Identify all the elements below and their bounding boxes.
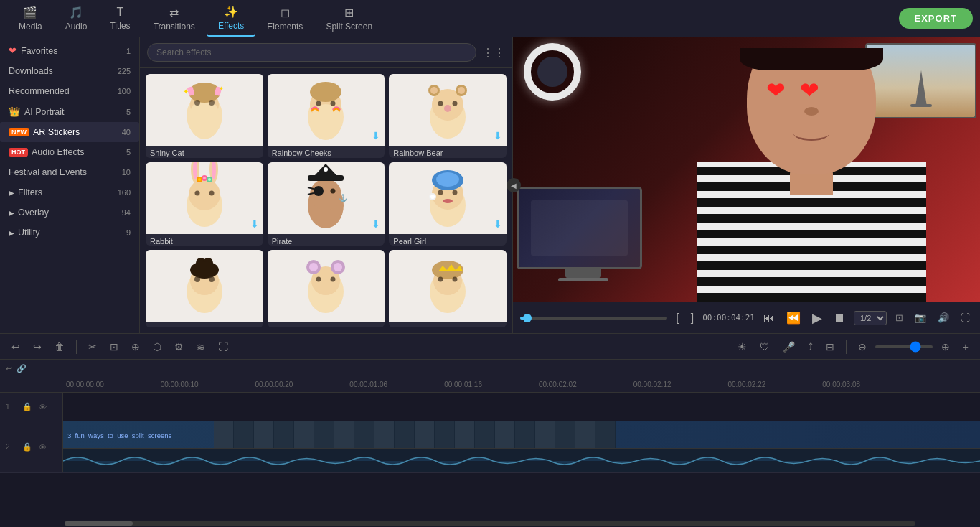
search-input[interactable]: [147, 43, 476, 62]
sidebar-item-festival[interactable]: Festival and Events 10: [0, 162, 139, 182]
svg-point-38: [194, 190, 199, 195]
progress-thumb[interactable]: [523, 314, 532, 322]
track-2-lock-button[interactable]: 🔒: [21, 441, 34, 453]
sun-tool-button[interactable]: ☀: [733, 338, 751, 355]
audio-adjust-button[interactable]: ≋: [192, 338, 209, 355]
sidebar-item-filters-label: Filters: [18, 187, 42, 197]
export-button[interactable]: EXPORT: [899, 8, 973, 29]
link-button[interactable]: ↩: [6, 364, 12, 373]
sidebar-item-audioeffects-label: Audio Effects: [32, 147, 126, 157]
track-1-controls: 1 🔒 👁: [0, 393, 63, 421]
add-track-button[interactable]: +: [958, 338, 973, 355]
adjust-button[interactable]: ⚙: [170, 338, 188, 355]
fullscreen-tool-button[interactable]: ⛶: [214, 338, 232, 355]
track-2-content[interactable]: 3_fun_ways_to_use_split_screens: [63, 421, 980, 472]
redo-button[interactable]: ↪: [29, 338, 46, 355]
color-button[interactable]: ⬡: [149, 338, 166, 355]
effect-card-8[interactable]: [268, 250, 385, 327]
volume-button[interactable]: 🔊: [935, 309, 952, 326]
nav-transitions[interactable]: ⇄ Transitions: [142, 1, 207, 36]
progress-bar[interactable]: [520, 317, 667, 320]
scrollbar-thumb[interactable]: [65, 521, 133, 526]
effect-card-pirate[interactable]: ⚓ ⬇ Pirate: [268, 162, 385, 246]
ruler-mark-8: 00:00:03:08: [821, 381, 915, 388]
card9-thumbnail: [423, 256, 473, 317]
filters-arrow-icon: ▶: [9, 189, 14, 197]
unlink-button[interactable]: 🔗: [17, 364, 27, 373]
zoom-out-tool-button[interactable]: ⊖: [854, 338, 871, 355]
effect-card-pearlgirl[interactable]: ⬇ Pearl Girl: [389, 162, 507, 246]
track-2-eye-button[interactable]: 👁: [37, 442, 48, 453]
timeline-scrollbar[interactable]: [65, 521, 915, 526]
step-back-button[interactable]: ⏮: [760, 309, 778, 327]
zoom-slider[interactable]: [875, 345, 933, 348]
track-1-content[interactable]: [63, 393, 980, 421]
track-1-eye-button[interactable]: 👁: [37, 401, 48, 413]
nav-titles[interactable]: T Titles: [98, 1, 141, 35]
sidebar-item-recommended[interactable]: Recommended 100: [0, 81, 139, 101]
nav-media[interactable]: 🎬 Media: [7, 1, 54, 36]
fit-to-screen-button[interactable]: ⊡: [892, 309, 906, 326]
sidebar-item-overlay-label: Overlay: [18, 207, 49, 218]
main-body: ❤ Favorites 1 Downloads 225 Recommended …: [0, 37, 980, 333]
sidebar-item-aiportrait[interactable]: 👑 AI Portrait 5: [0, 101, 139, 122]
panel-collapse-button[interactable]: ◀: [507, 178, 521, 192]
effect-card-rabbit[interactable]: ⬇ Rabbit: [146, 162, 263, 246]
effect-card-7[interactable]: [146, 250, 263, 327]
svg-point-56: [438, 190, 443, 195]
split-tool-button[interactable]: ⊟: [821, 338, 839, 355]
effects-grid: ✦ ✦ Shiny Cat: [140, 68, 512, 333]
rainbowbear-thumbnail: [423, 78, 473, 142]
sidebar-item-utility[interactable]: ▶ Utility 9: [0, 223, 139, 243]
svg-text:✦: ✦: [219, 85, 224, 92]
sidebar-item-audioeffects[interactable]: HOT Audio Effects 5: [0, 142, 139, 162]
pirate-download-icon: ⬇: [372, 218, 380, 230]
effect-card-9[interactable]: [389, 250, 507, 327]
nav-elements[interactable]: ◻ Elements: [255, 1, 314, 36]
fullscreen-button[interactable]: ⛶: [958, 309, 973, 326]
effect-card-shinycat[interactable]: ✦ ✦ Shiny Cat: [146, 74, 263, 158]
nav-splitscreen[interactable]: ⊞ Split Screen: [314, 1, 384, 36]
track-1-lock-button[interactable]: 🔒: [21, 401, 34, 413]
svg-point-25: [444, 105, 451, 112]
detach-audio-button[interactable]: ⤴: [804, 338, 817, 355]
sidebar-item-festival-count: 10: [122, 168, 131, 177]
speed-selector[interactable]: 1/4 1/2 1 2: [854, 311, 887, 325]
ruler-mark-3: 00:00:01:06: [348, 381, 443, 388]
effect-card-rainbowcheeks[interactable]: ⬇ Rainbow Cheeks: [268, 74, 385, 158]
mic-tool-button[interactable]: 🎤: [778, 338, 799, 355]
track-row-1: 1 🔒 👁: [0, 393, 980, 421]
play-button[interactable]: ▶: [809, 307, 825, 329]
grid-view-icon[interactable]: ⋮⋮: [482, 46, 505, 60]
frame-back-button[interactable]: ⏪: [783, 308, 804, 327]
delete-button[interactable]: 🗑: [50, 338, 69, 355]
svg-point-23: [438, 101, 443, 106]
sidebar-item-overlay[interactable]: ▶ Overlay 94: [0, 202, 139, 223]
cut-button[interactable]: ✂: [84, 338, 101, 355]
undo-button[interactable]: ↩: [7, 338, 24, 355]
rainbowbear-download-icon: ⬇: [494, 130, 502, 141]
nav-audio[interactable]: 🎵 Audio: [54, 1, 99, 36]
svg-point-14: [316, 101, 321, 106]
zoom-in-tool-button[interactable]: ⊕: [937, 338, 954, 355]
pirate-label: Pirate: [268, 234, 385, 246]
mark-out-button[interactable]: ]: [688, 309, 697, 327]
effect-card-rainbowbear[interactable]: ⬇ Rainbow Bear: [389, 74, 507, 158]
sidebar-item-downloads[interactable]: Downloads 225: [0, 61, 139, 81]
ai-crown-icon: 👑: [9, 106, 20, 117]
mark-in-button[interactable]: [: [673, 309, 682, 327]
sidebar-item-favorites[interactable]: ❤ Favorites 1: [0, 40, 139, 61]
shield-tool-button[interactable]: 🛡: [755, 338, 774, 355]
toolbar-divider-2: [846, 340, 847, 354]
rainbowcheeks-download-icon: ⬇: [372, 130, 380, 141]
nav-effects[interactable]: ✨ Effects: [207, 1, 255, 37]
transitions-icon: ⇄: [169, 6, 179, 19]
zoom-fit-button[interactable]: ⊕: [127, 338, 144, 355]
snapshot-button[interactable]: 📷: [912, 309, 929, 326]
sidebar-item-filters[interactable]: ▶ Filters 160: [0, 182, 139, 202]
crop-button[interactable]: ⊡: [105, 338, 123, 355]
svg-point-24: [453, 101, 458, 106]
sidebar-item-arstickers[interactable]: NEW AR Stickers 40: [0, 122, 139, 142]
stop-button[interactable]: ⏹: [831, 309, 848, 327]
svg-text:⚓: ⚓: [339, 193, 348, 202]
